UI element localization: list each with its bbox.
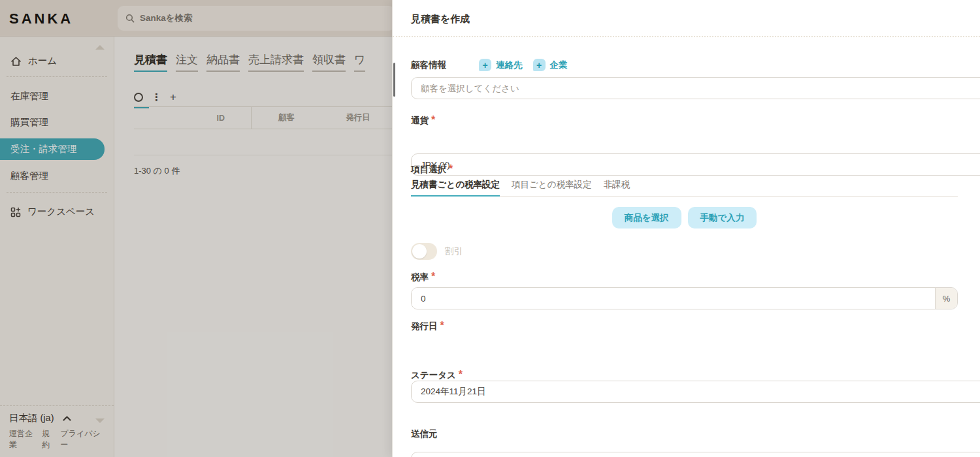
percent-suffix: % bbox=[935, 288, 957, 309]
tab-tax-per-item[interactable]: 項目ごとの税率設定 bbox=[512, 179, 591, 196]
add-company-button[interactable]: + 企業 bbox=[533, 59, 568, 71]
app-frame: SANKA Sankaを検索 ホーム 在庫管理 購買管理 受注・請求管理 顧客管… bbox=[0, 0, 980, 457]
required-mark: * bbox=[459, 369, 463, 380]
tax-rate-label: 税率 bbox=[411, 272, 429, 282]
select-product-button[interactable]: 商品を選択 bbox=[612, 207, 681, 228]
tax-setting-tabs: 見積書ごとの税率設定 項目ごとの税率設定 非課税 bbox=[411, 179, 958, 197]
currency-label-row: 通貨* bbox=[411, 114, 958, 127]
tax-rate-label-row: 税率* bbox=[411, 271, 958, 283]
status-label-row: ステータス* bbox=[411, 369, 958, 381]
required-mark: * bbox=[431, 271, 435, 282]
add-contact-label: 連絡先 bbox=[496, 59, 523, 71]
manual-input-button[interactable]: 手動で入力 bbox=[688, 207, 757, 228]
issue-date-label: 発行日 bbox=[411, 321, 438, 331]
status-input[interactable] bbox=[412, 452, 980, 457]
customer-select[interactable] bbox=[411, 77, 980, 99]
tab-tax-per-quote[interactable]: 見積書ごとの税率設定 bbox=[411, 179, 500, 197]
toggle-knob bbox=[412, 244, 427, 259]
sender-label: 送信元 bbox=[411, 429, 438, 439]
tab-tax-exempt[interactable]: 非課税 bbox=[603, 179, 630, 196]
discount-row: 割引 bbox=[411, 243, 958, 260]
tax-rate-input[interactable] bbox=[412, 288, 935, 309]
discount-toggle[interactable] bbox=[411, 243, 437, 260]
drawer-title: 見積書を作成 bbox=[411, 13, 470, 25]
issue-date-field bbox=[411, 381, 980, 403]
add-contact-button[interactable]: + 連絡先 bbox=[479, 59, 523, 71]
customer-select-input[interactable] bbox=[412, 78, 980, 99]
required-mark: * bbox=[431, 114, 435, 125]
drawer-body: 顧客情報 + 連絡先 + 企業 通貨* bbox=[393, 38, 980, 457]
create-quote-drawer: 見積書を作成 顧客情報 + 連絡先 + 企業 bbox=[392, 0, 980, 457]
discount-label: 割引 bbox=[445, 245, 463, 257]
add-company-label: 企業 bbox=[550, 59, 568, 71]
drawer-header: 見積書を作成 bbox=[393, 0, 980, 37]
customer-info-row: 顧客情報 + 連絡先 + 企業 bbox=[411, 59, 958, 71]
plus-icon: + bbox=[479, 59, 491, 71]
item-select-label-row: 項目選択* bbox=[411, 163, 958, 176]
item-select-label: 項目選択 bbox=[411, 165, 446, 174]
currency-label: 通貨 bbox=[411, 116, 429, 125]
customer-info-label: 顧客情報 bbox=[411, 59, 446, 71]
plus-icon: + bbox=[533, 59, 546, 71]
status-field bbox=[411, 452, 980, 457]
required-mark: * bbox=[449, 163, 453, 174]
sender-label-row: 送信元 bbox=[411, 428, 958, 440]
issue-date-input[interactable] bbox=[412, 381, 980, 402]
issue-date-label-row: 発行日* bbox=[411, 320, 958, 332]
status-label: ステータス bbox=[411, 370, 456, 380]
drawer-scrollbar[interactable] bbox=[393, 63, 395, 97]
tax-rate-field: % bbox=[411, 287, 958, 309]
product-buttons-row: 商品を選択 手動で入力 bbox=[411, 207, 958, 228]
required-mark: * bbox=[440, 320, 444, 331]
